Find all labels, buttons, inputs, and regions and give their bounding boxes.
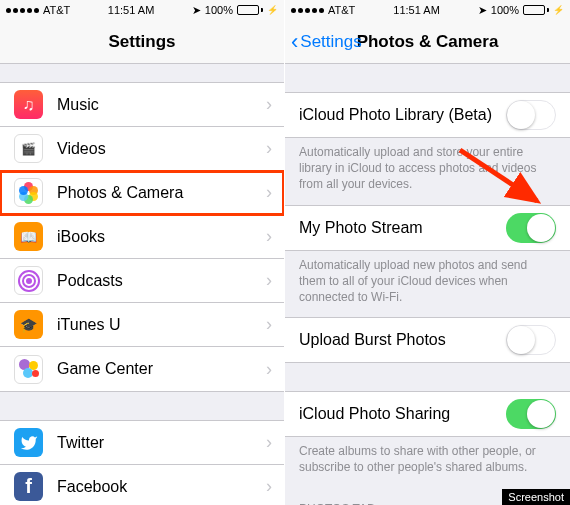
settings-row-twitter[interactable]: Twitter › [0, 421, 284, 465]
nav-bar: Settings [0, 20, 284, 64]
footer-photo-sharing: Create albums to share with other people… [285, 437, 570, 487]
signal-icon [291, 8, 324, 13]
time-label: 11:51 AM [108, 4, 154, 16]
chevron-right-icon: › [266, 476, 284, 497]
charging-icon: ⚡ [267, 5, 278, 15]
location-icon: ➤ [192, 4, 201, 17]
nav-bar: ‹ Settings Photos & Camera [285, 20, 570, 64]
settings-group-media: ♫ Music › 🎬 Videos › [0, 82, 284, 392]
battery-percent: 100% [491, 4, 519, 16]
chevron-right-icon: › [266, 94, 284, 115]
settings-row-facebook[interactable]: f Facebook › [0, 465, 284, 505]
toggle-icloud-photo-sharing[interactable] [506, 399, 556, 429]
videos-icon: 🎬 [14, 134, 43, 163]
carrier-label: AT&T [43, 4, 70, 16]
status-bar: AT&T 11:51 AM ➤ 100% ⚡ [285, 0, 570, 20]
settings-row-videos[interactable]: 🎬 Videos › [0, 127, 284, 171]
settings-row-podcasts[interactable]: Podcasts › [0, 259, 284, 303]
back-button[interactable]: ‹ Settings [291, 31, 362, 53]
credit-label: Screenshot [502, 489, 570, 505]
toggle-icloud-photo-library[interactable] [506, 100, 556, 130]
time-label: 11:51 AM [393, 4, 439, 16]
photos-icon [14, 178, 43, 207]
chevron-right-icon: › [266, 359, 284, 380]
chevron-right-icon: › [266, 182, 284, 203]
settings-row-photos-camera[interactable]: Photos & Camera › [0, 171, 284, 215]
podcasts-icon [14, 266, 43, 295]
location-icon: ➤ [478, 4, 487, 17]
settings-root-screen: AT&T 11:51 AM ➤ 100% ⚡ Settings ♫ Music … [0, 0, 285, 505]
music-icon: ♫ [14, 90, 43, 119]
chevron-right-icon: › [266, 226, 284, 247]
settings-row-itunesu[interactable]: 🎓 iTunes U › [0, 303, 284, 347]
ibooks-icon: 📖 [14, 222, 43, 251]
toggle-my-photo-stream[interactable] [506, 213, 556, 243]
chevron-left-icon: ‹ [291, 31, 298, 53]
status-bar: AT&T 11:51 AM ➤ 100% ⚡ [0, 0, 284, 20]
row-icloud-photo-library: iCloud Photo Library (Beta) [285, 93, 570, 137]
footer-photo-stream: Automatically upload new photos and send… [285, 251, 570, 318]
gamecenter-icon [14, 355, 43, 384]
footer-icloud-library: Automatically upload and store your enti… [285, 138, 570, 205]
row-upload-burst: Upload Burst Photos [285, 318, 570, 362]
carrier-label: AT&T [328, 4, 355, 16]
chevron-right-icon: › [266, 432, 284, 453]
chevron-right-icon: › [266, 270, 284, 291]
chevron-right-icon: › [266, 138, 284, 159]
settings-row-ibooks[interactable]: 📖 iBooks › [0, 215, 284, 259]
itunesu-icon: 🎓 [14, 310, 43, 339]
charging-icon: ⚡ [553, 5, 564, 15]
chevron-right-icon: › [266, 314, 284, 335]
row-icloud-photo-sharing: iCloud Photo Sharing [285, 392, 570, 436]
settings-row-music[interactable]: ♫ Music › [0, 83, 284, 127]
row-my-photo-stream: My Photo Stream [285, 206, 570, 250]
photos-camera-screen: AT&T 11:51 AM ➤ 100% ⚡ ‹ Settings Photos… [285, 0, 570, 505]
twitter-icon [14, 428, 43, 457]
settings-group-social: Twitter › f Facebook › Flickr › [0, 420, 284, 505]
settings-row-gamecenter[interactable]: Game Center › [0, 347, 284, 391]
page-title: Settings [108, 32, 175, 52]
battery-icon [237, 5, 263, 15]
toggle-upload-burst[interactable] [506, 325, 556, 355]
battery-percent: 100% [205, 4, 233, 16]
page-title: Photos & Camera [357, 32, 499, 52]
signal-icon [6, 8, 39, 13]
facebook-icon: f [14, 472, 43, 501]
battery-icon [523, 5, 549, 15]
